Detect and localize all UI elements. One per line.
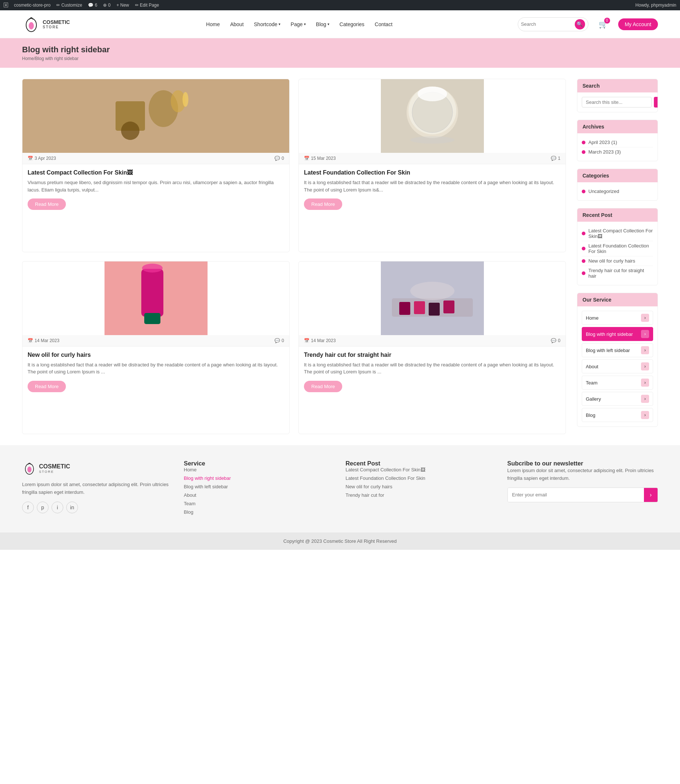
admin-site-name[interactable]: cosmetic-store-pro (14, 3, 50, 8)
blog-title: New olil for curly hairs (28, 352, 284, 358)
sidebar-search-title: Search (577, 79, 658, 92)
svg-point-7 (121, 121, 140, 140)
service-item-about[interactable]: About › (582, 360, 653, 374)
logo[interactable]: COSMETIC STORE (22, 14, 81, 34)
recent-label: Trendy hair cut for straight hair (589, 268, 653, 279)
service-item-blog[interactable]: Blog › (582, 408, 653, 422)
nav-categories[interactable]: Categories (335, 18, 369, 30)
cart-icon[interactable]: 🛒 0 (599, 20, 608, 29)
blog-card-image (299, 79, 565, 153)
footer-service-team[interactable]: Team (184, 501, 335, 506)
logo-sub: STORE (42, 25, 70, 29)
blog-title: Trendy hair cut for straight hair (304, 352, 560, 358)
footer-logo: COSMETIC STORE (22, 460, 173, 476)
category-item[interactable]: Uncategorized (582, 187, 653, 196)
footer-col-service: Service Home Blog with right sidebar Blo… (184, 460, 335, 518)
footer-newsletter-desc: Lorem ipsum dolor sit amet, consectetur … (507, 467, 658, 483)
recent-post-item[interactable]: Latest Foundation Collection For Skin (582, 241, 653, 256)
service-label: Home (586, 315, 599, 321)
my-account-button[interactable]: My Account (618, 18, 658, 30)
blog-card-meta: 📅 15 Mar 2023 💬 1 (299, 153, 565, 164)
admin-customize[interactable]: ✏ Customize (56, 3, 82, 8)
sidebar-recent-widget: Recent Post Latest Compact Collection Fo… (577, 208, 658, 286)
blog-card-meta: 📅 3 Apr 2023 💬 0 (22, 153, 289, 164)
social-pinterest[interactable]: p (37, 502, 49, 513)
footer-description: Lorem ipsum dolor sit amet, consectetur … (22, 481, 173, 496)
search-button[interactable]: 🔍 (575, 19, 585, 30)
cart-badge: 0 (604, 18, 610, 24)
blog-comments: 💬 0 (274, 338, 284, 343)
archive-dot (582, 150, 586, 154)
archive-item[interactable]: April 2023 (1) (582, 138, 653, 147)
nav-contact[interactable]: Contact (370, 18, 397, 30)
svg-point-6 (183, 92, 188, 107)
footer-recent-item[interactable]: New olil for curly hairs (346, 484, 496, 489)
service-item-gallery[interactable]: Gallery › (582, 392, 653, 406)
nav-blog[interactable]: Blog ▾ (312, 18, 334, 30)
read-more-button[interactable]: Read More (28, 381, 66, 392)
admin-edit-page[interactable]: ✏ Edit Page (135, 3, 159, 8)
blog-excerpt: Vivamus pretium neque libero, sed dignis… (28, 179, 284, 193)
footer-recent-title: Recent Post (346, 460, 496, 467)
blog-title: Latest Foundation Collection For Skin (304, 169, 560, 176)
sidebar-recent-title: Recent Post (577, 208, 658, 222)
copyright-text: Copyright @ 2023 Cosmetic Store All Righ… (283, 538, 397, 544)
recent-post-item[interactable]: New olil for curly hairs (582, 256, 653, 266)
service-label: Blog (586, 412, 595, 418)
admin-updates[interactable]: ⊕ 0 (103, 3, 110, 8)
nav-shortcode[interactable]: Shortcode ▾ (249, 18, 285, 30)
nav-page[interactable]: Page ▾ (286, 18, 310, 30)
recent-label: Latest Foundation Collection For Skin (589, 243, 653, 254)
newsletter-submit-button[interactable]: › (644, 488, 658, 502)
footer-service-about[interactable]: About (184, 492, 335, 498)
read-more-button[interactable]: Read More (304, 381, 342, 392)
sidebar: Search 🔍 Archives April 2023 (1) March 2… (577, 79, 658, 434)
footer-bottom: Copyright @ 2023 Cosmetic Store All Righ… (0, 533, 680, 550)
social-linkedin[interactable]: in (66, 502, 78, 513)
blog-card-body: Latest Compact Collection For Skin🖼 Viva… (22, 164, 289, 215)
sidebar-search-input[interactable] (582, 97, 652, 107)
search-input[interactable] (521, 21, 573, 27)
footer-recent-item[interactable]: Latest Foundation Collection For Skin (346, 475, 496, 481)
svg-point-1 (29, 22, 34, 30)
recent-post-item[interactable]: Trendy hair cut for straight hair (582, 266, 653, 281)
svg-point-24 (410, 282, 455, 300)
newsletter-email-input[interactable] (508, 488, 644, 502)
nav-home[interactable]: Home (201, 18, 224, 30)
admin-comments[interactable]: 💬 6 (88, 3, 97, 8)
social-facebook[interactable]: f (22, 502, 34, 513)
admin-bar: 🅆 cosmetic-store-pro ✏ Customize 💬 6 ⊕ 0… (0, 0, 680, 10)
header-search-box: 🔍 (518, 17, 589, 31)
recent-dot (582, 232, 586, 235)
footer-service-blog-left[interactable]: Blog with left sidebar (184, 484, 335, 489)
service-item-blog-right[interactable]: Blog with right sidebar › (582, 327, 653, 341)
sidebar-archives-widget: Archives April 2023 (1) March 2023 (3) (577, 120, 658, 161)
footer-recent-item[interactable]: Trendy hair cut for (346, 492, 496, 498)
footer-newsletter-title: Subcribe to our newsletter (507, 460, 658, 467)
blog-card-meta: 📅 14 Mar 2023 💬 0 (22, 335, 289, 347)
footer-service-blog[interactable]: Blog (184, 509, 335, 515)
footer-service-blog-right[interactable]: Blog with right sidebar (184, 475, 335, 481)
blog-card-body: Latest Foundation Collection For Skin It… (299, 164, 565, 215)
admin-wp-icon[interactable]: 🅆 (4, 3, 8, 8)
service-label: About (586, 364, 598, 369)
footer-col-brand: COSMETIC STORE Lorem ipsum dolor sit ame… (22, 460, 173, 518)
read-more-button[interactable]: Read More (28, 199, 66, 210)
social-instagram[interactable]: i (52, 502, 63, 513)
footer-recent-item[interactable]: Latest Compact Collection For Skin🖼 (346, 467, 496, 472)
newsletter-form: › (507, 487, 658, 502)
nav-about[interactable]: About (225, 18, 248, 30)
header: COSMETIC STORE Home About Shortcode ▾ Pa… (0, 10, 680, 38)
footer-service-home[interactable]: Home (184, 467, 335, 472)
blog-comments: 💬 0 (551, 338, 560, 343)
service-item-team[interactable]: Team › (582, 375, 653, 390)
archive-item[interactable]: March 2023 (3) (582, 147, 653, 156)
service-item-home[interactable]: Home › (582, 311, 653, 325)
sidebar-search-button[interactable]: 🔍 (654, 97, 658, 107)
recent-post-item[interactable]: Latest Compact Collection For Skin🖼 (582, 226, 653, 241)
service-arrow-icon: › (641, 379, 649, 386)
blog-comments: 💬 1 (551, 156, 560, 161)
read-more-button[interactable]: Read More (304, 199, 342, 210)
admin-new[interactable]: + New (116, 3, 129, 8)
service-item-blog-left[interactable]: Blog with left sidebar › (582, 343, 653, 357)
